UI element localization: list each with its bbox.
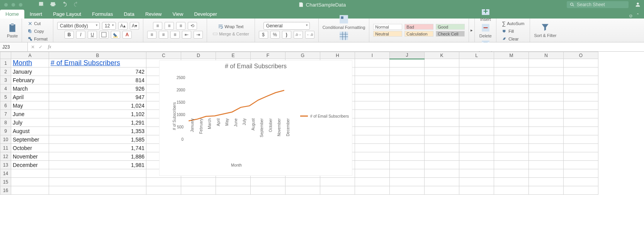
row-header-15[interactable]: 15 <box>0 178 11 186</box>
cell-D16[interactable] <box>181 186 216 195</box>
cell-N9[interactable] <box>529 127 564 135</box>
cell-A15[interactable] <box>11 178 49 186</box>
style-normal[interactable]: Normal <box>373 24 402 30</box>
row-header-3[interactable]: 3 <box>0 76 11 84</box>
cell-K6[interactable] <box>425 101 459 110</box>
cell-K14[interactable] <box>425 169 459 178</box>
print-icon[interactable] <box>50 1 56 8</box>
increase-font-button[interactable]: A▴ <box>118 22 127 30</box>
row-header-6[interactable]: 6 <box>0 101 11 110</box>
cell-L5[interactable] <box>459 93 494 101</box>
cell-D15[interactable] <box>181 178 216 186</box>
cell-M11[interactable] <box>494 144 529 152</box>
collapse-ribbon-icon[interactable]: ˆ <box>637 13 639 19</box>
col-header-L[interactable]: L <box>459 52 494 59</box>
style-good[interactable]: Good <box>436 24 465 30</box>
menu-tab-insert[interactable]: Insert <box>24 10 48 19</box>
cell-J4[interactable] <box>390 84 425 93</box>
cell-B11[interactable]: 1,741 <box>49 144 146 152</box>
cell-O7[interactable] <box>564 110 598 118</box>
cell-C15[interactable] <box>146 178 181 186</box>
styles-more[interactable]: ▸ <box>469 19 474 42</box>
align-left-button[interactable]: ≡ <box>147 31 156 39</box>
cell-M6[interactable] <box>494 101 529 110</box>
cell-E15[interactable] <box>216 178 251 186</box>
underline-button[interactable]: U <box>88 31 97 39</box>
cell-M9[interactable] <box>494 127 529 135</box>
paste-button[interactable]: Paste <box>7 23 18 38</box>
cell-J7[interactable] <box>390 110 425 118</box>
copy-button[interactable]: Copy <box>26 28 46 34</box>
cell-N4[interactable] <box>529 84 564 93</box>
cell-M1[interactable] <box>494 59 529 67</box>
cell-I14[interactable] <box>355 169 390 178</box>
cell-N16[interactable] <box>529 186 564 195</box>
orientation-button[interactable]: ⟲ <box>188 22 197 30</box>
font-size-select[interactable]: 12 <box>102 22 116 30</box>
cell-E16[interactable] <box>216 186 251 195</box>
cell-B6[interactable]: 1,024 <box>49 101 146 110</box>
cell-O9[interactable] <box>564 127 598 135</box>
font-family-select[interactable]: Calibri (Body) <box>57 22 100 30</box>
cell-N8[interactable] <box>529 118 564 127</box>
cell-L1[interactable] <box>459 59 494 67</box>
cell-K5[interactable] <box>425 93 459 101</box>
menu-tab-data[interactable]: Data <box>118 10 139 19</box>
cell-B2[interactable]: 742 <box>49 67 146 76</box>
cell-J13[interactable] <box>390 161 425 169</box>
cell-B9[interactable]: 1,353 <box>49 127 146 135</box>
cell-M3[interactable] <box>494 76 529 84</box>
cell-N2[interactable] <box>529 67 564 76</box>
cell-F16[interactable] <box>251 186 285 195</box>
currency-button[interactable]: $ <box>259 31 268 39</box>
save-icon[interactable] <box>38 1 44 8</box>
formula-input[interactable] <box>54 42 644 51</box>
cell-J14[interactable] <box>390 169 425 178</box>
cell-L10[interactable] <box>459 135 494 144</box>
cell-I1[interactable] <box>355 59 390 67</box>
cell-B1[interactable]: # of Email Subscribers <box>49 59 146 67</box>
cell-O15[interactable] <box>564 178 598 186</box>
cell-L2[interactable] <box>459 67 494 76</box>
cell-L16[interactable] <box>459 186 494 195</box>
cell-A1[interactable]: Month <box>11 59 49 67</box>
cell-N7[interactable] <box>529 110 564 118</box>
cell-O8[interactable] <box>564 118 598 127</box>
cell-A6[interactable]: May <box>11 101 49 110</box>
redo-icon[interactable] <box>73 1 79 8</box>
cell-B10[interactable]: 1,585 <box>49 135 146 144</box>
cell-O1[interactable] <box>564 59 598 67</box>
row-header-14[interactable]: 14 <box>0 169 11 178</box>
cell-I4[interactable] <box>355 84 390 93</box>
col-header-J[interactable]: J <box>390 52 425 59</box>
cell-B15[interactable] <box>49 178 146 186</box>
cell-M12[interactable] <box>494 152 529 161</box>
align-right-button[interactable]: ≡ <box>170 31 180 39</box>
search-input[interactable] <box>577 2 623 7</box>
cell-I5[interactable] <box>355 93 390 101</box>
search-sheet[interactable] <box>567 1 629 8</box>
merge-center-button[interactable]: Merge & Center <box>211 31 251 37</box>
cell-I3[interactable] <box>355 76 390 84</box>
cell-B16[interactable] <box>49 186 146 195</box>
cancel-formula-icon[interactable]: ✕ <box>31 44 35 50</box>
cell-K16[interactable] <box>425 186 459 195</box>
cell-K8[interactable] <box>425 118 459 127</box>
cell-N3[interactable] <box>529 76 564 84</box>
cell-J2[interactable] <box>390 67 425 76</box>
cell-B13[interactable]: 1,981 <box>49 161 146 169</box>
cell-O11[interactable] <box>564 144 598 152</box>
cell-N11[interactable] <box>529 144 564 152</box>
cell-G15[interactable] <box>285 178 320 186</box>
col-header-C[interactable]: C <box>146 52 181 59</box>
cell-I6[interactable] <box>355 101 390 110</box>
cell-B3[interactable]: 814 <box>49 76 146 84</box>
sort-filter-button[interactable]: Sort & Filter <box>534 22 556 38</box>
borders-button[interactable] <box>99 31 109 39</box>
cell-O14[interactable] <box>564 169 598 178</box>
cell-J11[interactable] <box>390 144 425 152</box>
col-header-O[interactable]: O <box>564 52 598 59</box>
col-header-H[interactable]: H <box>320 52 355 59</box>
col-header-B[interactable]: B <box>49 52 146 59</box>
style-neutral[interactable]: Neutral <box>373 31 402 37</box>
